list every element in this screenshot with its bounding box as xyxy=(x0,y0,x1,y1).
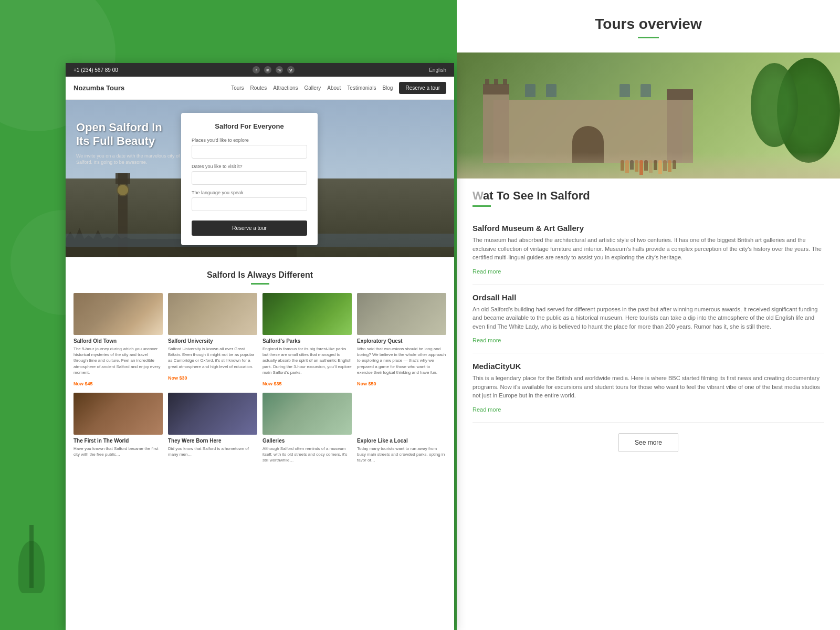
ordsall-desc: An old Salford's building had served for… xyxy=(472,305,824,331)
places-input[interactable] xyxy=(192,145,307,159)
card-university-title: Salford University xyxy=(168,338,257,344)
card-old-town-image xyxy=(74,293,163,335)
cards-grid: Salford Old Town The 5-hour journey duri… xyxy=(74,293,446,466)
nav-about[interactable]: About xyxy=(327,85,341,91)
twitter-icon[interactable]: tw xyxy=(276,66,283,74)
form-reserve-button[interactable]: Reserve a tour xyxy=(192,220,307,236)
youtube-icon[interactable]: yt xyxy=(287,66,295,74)
card-old-town-title: Salford Old Town xyxy=(74,338,163,344)
language-selector[interactable]: English xyxy=(429,67,446,73)
card-parks-price: Now $35 xyxy=(262,381,282,386)
person-5 xyxy=(639,160,643,175)
battlement xyxy=(503,79,507,85)
hero-text: Open Salford InIts Full Beauty We invite… xyxy=(76,121,181,166)
castle-image-area xyxy=(457,52,840,178)
person-8 xyxy=(654,160,657,170)
navbar: Nozumba Tours Tours Routes Attractions G… xyxy=(66,77,454,100)
tours-header: Tours overview xyxy=(457,0,840,52)
card-quest: Exploratory Quest Who said that excursio… xyxy=(357,293,446,387)
card-galleries: Galleries Although Salford often reminds… xyxy=(262,393,352,466)
card-university-price: Now $30 xyxy=(168,375,187,381)
tower-top-left xyxy=(483,84,509,94)
section-underline xyxy=(251,283,269,285)
battlements-left xyxy=(483,79,509,85)
card-born: They Were Born Here Did you know that Sa… xyxy=(168,393,257,466)
card-quest-price: Now $50 xyxy=(357,381,376,386)
museum-name: Salford Museum & Art Gallery xyxy=(472,224,824,233)
tower-top xyxy=(116,173,130,184)
person-6 xyxy=(644,160,648,171)
card-local-title: Explore Like a Local xyxy=(357,438,446,444)
what-underline xyxy=(472,205,491,207)
card-first-desc: Have you known that Salford became the f… xyxy=(74,446,163,457)
card-parks-title: Salford's Parks xyxy=(262,338,352,344)
see-more-button[interactable]: See more xyxy=(618,433,678,452)
top-bar: +1 (234) 567 89 00 f in tw yt English xyxy=(66,63,454,77)
nav-gallery[interactable]: Gallery xyxy=(304,85,321,91)
phone-number[interactable]: +1 (234) 567 89 00 xyxy=(74,67,118,73)
castle-window-3 xyxy=(640,84,651,97)
person-7 xyxy=(649,160,653,173)
tower-right xyxy=(667,89,693,163)
museum-read-more[interactable]: Read more xyxy=(472,268,501,275)
card-quest-title: Exploratory Quest xyxy=(357,338,446,344)
card-first-image xyxy=(74,393,163,435)
see-more-container: See more xyxy=(472,433,824,452)
ordsall-read-more[interactable]: Read more xyxy=(472,337,501,343)
hero-section: Open Salford InIts Full Beauty We invite… xyxy=(66,100,454,257)
attraction-mediacityuk: MediaCityUK This is a legendary place fo… xyxy=(472,353,824,423)
card-born-title: They Were Born Here xyxy=(168,438,257,444)
clock-face xyxy=(117,184,129,196)
card-galleries-image xyxy=(262,393,352,435)
nav-routes[interactable]: Routes xyxy=(250,85,267,91)
hero-subtitle: We invite you on a date with the marvelo… xyxy=(76,153,181,166)
website-panel: +1 (234) 567 89 00 f in tw yt English No… xyxy=(66,63,454,630)
battlement xyxy=(485,79,489,85)
card-university-desc: Salford University is known all over Gre… xyxy=(168,346,257,370)
person-2 xyxy=(625,160,629,173)
dates-input[interactable] xyxy=(192,171,307,185)
card-galleries-desc: Although Salford often reminds of a muse… xyxy=(262,446,352,464)
tour-form-modal: Salford For Everyone Places you'd like t… xyxy=(181,113,318,245)
reserve-tour-button[interactable]: Reserve a tour xyxy=(399,82,446,94)
section-different: Salford Is Always Different Salford Old … xyxy=(66,257,454,474)
mediacityuk-read-more[interactable]: Read more xyxy=(472,406,501,413)
card-university: Salford University Salford University is… xyxy=(168,293,257,387)
card-born-desc: Did you know that Salford is a hometown … xyxy=(168,446,257,457)
tours-overview-title: Tours overview xyxy=(478,16,819,33)
what-title-text: at To See In Salford xyxy=(483,189,590,202)
person-3 xyxy=(630,160,634,170)
card-galleries-title: Galleries xyxy=(262,438,352,444)
dates-label: Dates you like to visit it? xyxy=(192,164,307,169)
nav-attractions[interactable]: Attractions xyxy=(273,85,298,91)
castle-facade xyxy=(483,68,693,163)
nav-blog[interactable]: Blog xyxy=(382,85,393,91)
dates-field-group: Dates you like to visit it? xyxy=(192,164,307,185)
museum-desc: The museum had absorbed the architectura… xyxy=(472,236,824,262)
mediacityuk-desc: This is a legendary place for the Britis… xyxy=(472,374,824,400)
tree-silhouette-1 xyxy=(16,525,47,630)
what-to-see-title: Wat To See In Salford xyxy=(472,189,824,203)
card-old-town: Salford Old Town The 5-hour journey duri… xyxy=(74,293,163,387)
person-12 xyxy=(673,160,676,169)
card-university-image xyxy=(168,293,257,335)
instagram-icon[interactable]: in xyxy=(264,66,271,74)
nav-tours[interactable]: Tours xyxy=(231,85,244,91)
ordsall-name: Ordsall Hall xyxy=(472,293,824,302)
tree-right-2 xyxy=(751,63,798,147)
castle-window-2 xyxy=(546,84,556,97)
card-local-image xyxy=(357,393,446,435)
person-1 xyxy=(621,160,624,171)
facebook-icon[interactable]: f xyxy=(253,66,260,74)
language-field-group: The language you speak xyxy=(192,190,307,211)
card-parks: Salford's Parks England is famous for it… xyxy=(262,293,352,387)
social-icons-group: f in tw yt xyxy=(253,66,295,74)
nav-testimonials[interactable]: Testimonials xyxy=(347,85,376,91)
site-logo[interactable]: Nozumba Tours xyxy=(74,84,124,92)
attraction-museum: Salford Museum & Art Gallery The museum … xyxy=(472,215,824,285)
what-to-see-section: Wat To See In Salford Salford Museum & A… xyxy=(457,178,840,473)
attraction-ordsall: Ordsall Hall An old Salford's building h… xyxy=(472,285,824,354)
language-input[interactable] xyxy=(192,197,307,211)
section-different-title: Salford Is Always Different xyxy=(74,270,446,280)
tower-left xyxy=(483,84,509,163)
